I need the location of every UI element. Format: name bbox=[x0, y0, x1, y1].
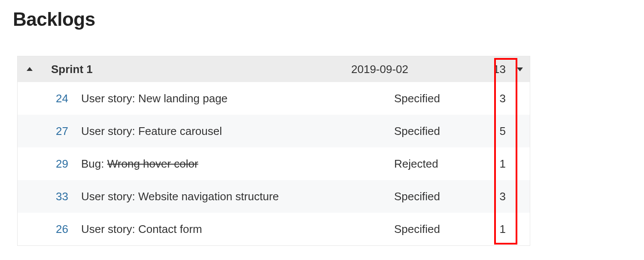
item-type-label: User story: bbox=[81, 125, 135, 138]
backlog-item-row[interactable]: 24User story: New landing pageSpecified3 bbox=[18, 82, 530, 115]
chevron-up-icon bbox=[27, 67, 33, 71]
item-id-link[interactable]: 26 bbox=[56, 223, 68, 236]
item-id: 29 bbox=[38, 157, 81, 171]
item-id-link[interactable]: 29 bbox=[56, 157, 68, 170]
page-title: Backlogs bbox=[13, 9, 631, 30]
item-id: 26 bbox=[38, 223, 81, 236]
item-points: 3 bbox=[480, 92, 506, 105]
item-id-link[interactable]: 27 bbox=[56, 125, 68, 138]
item-points: 5 bbox=[480, 125, 506, 138]
item-title-text: Contact form bbox=[138, 223, 202, 236]
backlog-table: Sprint 1 2019-09-02 13 24User story: New… bbox=[17, 56, 530, 246]
sprint-total-points: 13 bbox=[480, 63, 506, 76]
item-status: Specified bbox=[394, 190, 480, 203]
item-title: Bug: Wrong hover color bbox=[81, 157, 394, 171]
item-status: Specified bbox=[394, 223, 480, 236]
item-status: Specified bbox=[394, 92, 480, 105]
sprint-date: 2019-09-02 bbox=[351, 63, 480, 76]
collapse-sprint-button[interactable] bbox=[21, 67, 38, 71]
item-title-text: New landing page bbox=[138, 92, 228, 105]
item-id-link[interactable]: 24 bbox=[56, 92, 68, 105]
sprint-header[interactable]: Sprint 1 2019-09-02 13 bbox=[18, 56, 530, 82]
item-title: User story: Website navigation structure bbox=[81, 190, 394, 203]
item-points: 3 bbox=[480, 190, 506, 203]
item-title: User story: Contact form bbox=[81, 223, 394, 236]
backlog-item-row[interactable]: 29Bug: Wrong hover colorRejected1 bbox=[18, 147, 530, 180]
item-title: User story: New landing page bbox=[81, 92, 394, 105]
item-type-label: User story: bbox=[81, 190, 135, 203]
item-id: 24 bbox=[38, 92, 81, 105]
item-status: Rejected bbox=[394, 157, 480, 171]
item-type-label: User story: bbox=[81, 92, 135, 105]
item-title-text: Website navigation structure bbox=[138, 190, 279, 203]
item-title: User story: Feature carousel bbox=[81, 125, 394, 138]
backlog-item-row[interactable]: 27User story: Feature carouselSpecified5 bbox=[18, 115, 530, 147]
item-id: 27 bbox=[38, 125, 81, 138]
item-title-text: Wrong hover color bbox=[107, 157, 198, 170]
item-id-link[interactable]: 33 bbox=[56, 190, 68, 203]
sprint-name: Sprint 1 bbox=[38, 63, 351, 76]
item-type-label: Bug: bbox=[81, 157, 104, 170]
item-status: Specified bbox=[394, 125, 480, 138]
caret-down-icon bbox=[517, 67, 523, 71]
item-points: 1 bbox=[480, 157, 506, 171]
backlog-item-row[interactable]: 26User story: Contact formSpecified1 bbox=[18, 213, 530, 245]
item-points: 1 bbox=[480, 223, 506, 236]
item-title-text: Feature carousel bbox=[138, 125, 222, 138]
item-type-label: User story: bbox=[81, 223, 135, 236]
backlog-item-row[interactable]: 33User story: Website navigation structu… bbox=[18, 180, 530, 213]
item-id: 33 bbox=[38, 190, 81, 203]
sprint-menu-button[interactable] bbox=[506, 67, 523, 71]
